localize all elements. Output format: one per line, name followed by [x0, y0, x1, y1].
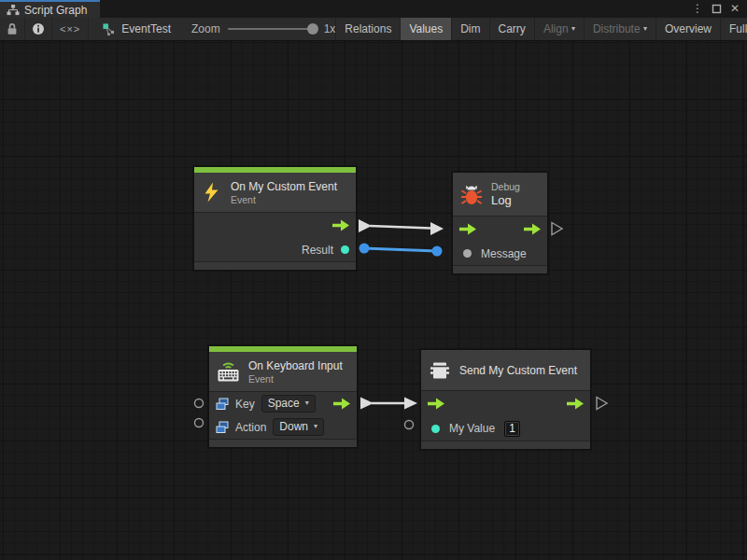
node-footer	[421, 441, 590, 449]
toolbar-right-group: Relations Values Dim Carry Align ▾ Distr…	[335, 18, 747, 40]
lock-button[interactable]	[0, 18, 25, 40]
chevron-down-icon: ▾	[571, 25, 575, 33]
flow-output-port[interactable]	[523, 223, 542, 235]
flow-connection-end-arrow	[404, 398, 417, 410]
flow-connection-start-arrow	[360, 398, 374, 410]
graph-reference[interactable]: EventTest	[102, 18, 171, 40]
bug-icon	[460, 182, 483, 206]
node-on-keyboard-input[interactable]: On Keyboard Input Event Key Space ▾	[208, 345, 358, 448]
tab-title: Script Graph	[24, 4, 87, 17]
action-dropdown[interactable]: Down ▾	[273, 418, 324, 436]
node-on-my-custom-event[interactable]: On My Custom Event Event Result	[193, 166, 357, 271]
maximize-icon[interactable]	[712, 4, 722, 14]
flow-connection-end-arrow	[430, 222, 444, 235]
unconnected-flow-output-marker[interactable]	[552, 223, 562, 235]
node-title: On My Custom Event	[231, 180, 337, 193]
graph-toolbar: <×> EventTest Zoom 1x Relations Values D…	[0, 18, 747, 41]
node-surtitle: Debug	[491, 181, 520, 192]
unconnected-value-input-marker[interactable]	[405, 421, 414, 429]
flow-connection-start-arrow	[359, 219, 372, 232]
unconnected-value-input-marker[interactable]	[195, 399, 204, 408]
unconnected-value-input-marker[interactable]	[195, 419, 204, 427]
node-body: My Value 1	[421, 390, 590, 441]
tab-bar-empty-space	[100, 0, 692, 18]
info-icon	[32, 22, 45, 35]
node-title: Log	[491, 193, 520, 207]
my-value-input[interactable]: 1	[504, 421, 520, 437]
code-view-button[interactable]: <×>	[52, 18, 89, 40]
flow-output-port[interactable]	[332, 398, 351, 410]
result-value-port[interactable]	[341, 245, 349, 254]
node-debug-log[interactable]: Debug Log Me	[452, 172, 548, 274]
zoom-slider[interactable]	[228, 28, 317, 30]
keycode-enum-icon	[216, 398, 229, 411]
result-port-label: Result	[302, 244, 333, 257]
flow-input-port[interactable]	[458, 223, 477, 235]
value-connection-end-dot	[432, 246, 443, 257]
node-subtitle: Event	[248, 373, 343, 385]
node-title: Send My Custom Event	[459, 364, 577, 377]
my-value-port[interactable]	[431, 425, 440, 433]
window-controls: ⋮ ✕	[692, 0, 747, 18]
node-header: Send My Custom Event	[421, 350, 590, 390]
action-enum-icon	[216, 421, 229, 434]
custom-event-icon	[429, 359, 451, 382]
lock-icon	[7, 22, 18, 35]
action-port-label: Action	[235, 421, 266, 434]
window-menu-icon[interactable]: ⋮	[692, 0, 703, 18]
node-footer	[453, 265, 547, 273]
node-header: On My Custom Event Event	[194, 173, 356, 212]
graph-canvas[interactable]: On My Custom Event Event Result	[0, 41, 747, 560]
relations-button[interactable]: Relations	[335, 18, 400, 40]
node-body: Key Space ▾ Action	[209, 391, 357, 439]
message-value-port[interactable]	[463, 249, 472, 258]
zoom-value: 1x	[324, 22, 336, 35]
node-subtitle: Event	[231, 194, 337, 205]
node-send-my-custom-event[interactable]: Send My Custom Event M	[420, 349, 591, 450]
node-footer	[194, 261, 356, 270]
key-port-label: Key	[235, 398, 255, 411]
node-header: Debug Log	[453, 173, 547, 216]
chevron-down-icon: ▾	[314, 423, 317, 430]
tab-script-graph[interactable]: Script Graph	[0, 0, 100, 18]
close-icon[interactable]: ✕	[730, 0, 740, 18]
code-view-icon: <×>	[60, 23, 80, 35]
carry-button[interactable]: Carry	[489, 18, 534, 40]
overview-button[interactable]: Overview	[655, 18, 720, 40]
flow-connection	[370, 226, 431, 229]
node-footer	[209, 439, 357, 447]
zoom-label: Zoom	[191, 22, 220, 35]
node-body: Result	[194, 212, 356, 261]
zoom-slider-knob[interactable]	[307, 23, 318, 35]
unconnected-flow-output-marker[interactable]	[597, 398, 607, 410]
script-graph-window: Script Graph ⋮ ✕ <×>	[0, 0, 747, 560]
keyboard-icon	[217, 360, 240, 383]
node-body: Message	[453, 216, 547, 265]
distribute-dropdown[interactable]: Distribute ▾	[584, 18, 655, 40]
graph-name: EventTest	[121, 22, 171, 35]
lightning-bolt-icon	[202, 182, 222, 203]
graph-tree-icon	[7, 5, 20, 16]
dim-button[interactable]: Dim	[451, 18, 488, 40]
chevron-down-icon: ▾	[305, 399, 309, 407]
my-value-port-label: My Value	[449, 422, 495, 435]
inspect-button[interactable]	[25, 18, 52, 40]
flow-input-port[interactable]	[427, 398, 445, 410]
message-port-label: Message	[481, 247, 527, 260]
flow-output-port[interactable]	[331, 219, 350, 231]
node-header: On Keyboard Input Event	[209, 352, 357, 391]
flow-output-port[interactable]	[566, 398, 585, 410]
graph-asset-icon	[102, 22, 116, 36]
value-connection	[364, 248, 437, 251]
chevron-down-icon: ▾	[643, 25, 647, 33]
zoom-control: Zoom 1x	[191, 18, 335, 40]
align-dropdown[interactable]: Align ▾	[534, 18, 584, 40]
tab-bar: Script Graph ⋮ ✕	[0, 0, 747, 18]
key-dropdown[interactable]: Space ▾	[261, 395, 316, 413]
fullscreen-button[interactable]: Full Screen	[720, 18, 747, 40]
node-title: On Keyboard Input	[248, 359, 343, 372]
connections-layer	[0, 41, 747, 560]
values-button[interactable]: Values	[400, 18, 451, 40]
value-connection-start-dot	[359, 244, 370, 254]
